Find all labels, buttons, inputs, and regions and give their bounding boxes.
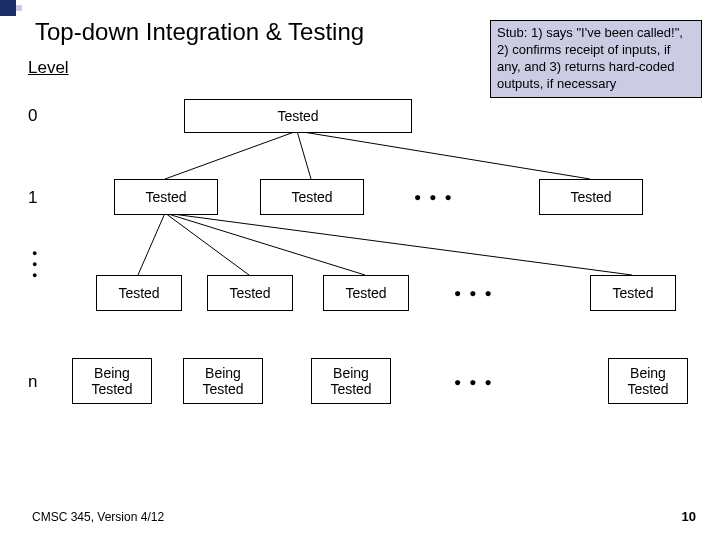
stub-callout: Stub: 1) says "I've been called!", 2) co… (490, 20, 702, 98)
node-ln-b: Being Tested (183, 358, 263, 404)
slide-title: Top-down Integration & Testing (35, 18, 364, 46)
node-ln-c: Being Tested (311, 358, 391, 404)
node-root: Tested (184, 99, 412, 133)
node-ln-a: Being Tested (72, 358, 152, 404)
svg-line-2 (297, 131, 590, 179)
level-n-label: n (28, 372, 37, 392)
node-l2-a: Tested (96, 275, 182, 311)
level-heading: Level (28, 58, 69, 78)
node-l2-c: Tested (323, 275, 409, 311)
node-l1-a: Tested (114, 179, 218, 215)
hdots-l2: ●●● (454, 286, 500, 300)
hdots-ln: ●●● (454, 375, 500, 389)
footer-course: CMSC 345, Version 4/12 (32, 510, 164, 524)
level-1-label: 1 (28, 188, 37, 208)
svg-line-5 (165, 213, 365, 275)
svg-line-0 (165, 131, 297, 179)
slide-accent (0, 0, 16, 16)
node-l1-c: Tested (539, 179, 643, 215)
svg-line-3 (138, 213, 165, 275)
node-l2-d: Tested (590, 275, 676, 311)
hdots-l1: ●●● (414, 190, 460, 204)
node-l1-b: Tested (260, 179, 364, 215)
svg-line-4 (165, 213, 249, 275)
node-ln-d: Being Tested (608, 358, 688, 404)
svg-line-6 (165, 213, 632, 275)
level-0-label: 0 (28, 106, 37, 126)
node-l2-b: Tested (207, 275, 293, 311)
level-vdots: ●●● (32, 248, 37, 281)
slide-number: 10 (682, 509, 696, 524)
svg-line-1 (297, 131, 311, 179)
